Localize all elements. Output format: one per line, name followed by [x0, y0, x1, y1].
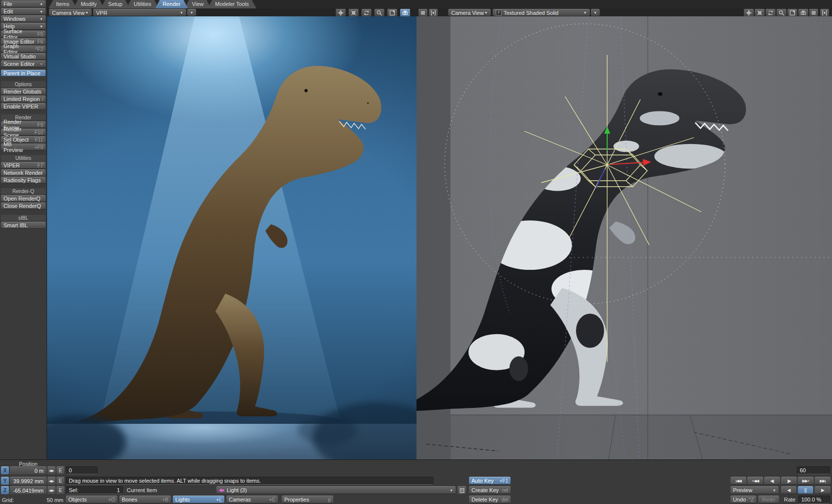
step-back-button[interactable]: ◀||	[764, 477, 780, 485]
auto-key-button[interactable]: Auto Key+F1	[469, 477, 511, 485]
position-y-field[interactable]: 39.9992 mm	[10, 477, 47, 485]
rotate-icon[interactable]	[362, 9, 371, 16]
camera-icon[interactable]	[798, 9, 808, 16]
properties-button[interactable]: Propertiesp	[282, 496, 333, 504]
previous-key-button[interactable]: +◀◀	[747, 477, 763, 485]
redo-button[interactable]: Redo	[758, 496, 779, 504]
sidebar-item-enable-viper[interactable]: Enable VIPER	[1, 103, 46, 110]
sidebar-item-render-globals[interactable]: Render Globals	[1, 88, 46, 95]
undo-button[interactable]: Undo^Z	[730, 496, 756, 504]
go-to-end-button[interactable]: ▶▶|	[815, 477, 831, 485]
tab-modify[interactable]: Modify	[73, 0, 104, 8]
menu-edit[interactable]: Edit▼	[1, 8, 46, 15]
axis-y-button[interactable]: Y	[1, 477, 9, 485]
x-spinner[interactable]: ◀▶	[48, 466, 55, 474]
sidebar-item-radiosity-flags[interactable]: Radiosity Flags	[1, 177, 46, 184]
menu-icon[interactable]	[418, 9, 427, 16]
ground-shade	[450, 415, 832, 459]
grid-label: Grid:	[2, 497, 14, 503]
current-item-dropdown[interactable]: Light (3) ▼	[216, 486, 456, 494]
z-envelope-button[interactable]: E	[56, 486, 64, 494]
cameras-button[interactable]: Cameras+C	[226, 496, 278, 504]
bones-button[interactable]: Bones+B	[119, 496, 171, 504]
position-x-field[interactable]: 0 m	[10, 466, 47, 474]
left-view-type-dropdown[interactable]: Camera View ▼	[49, 9, 92, 16]
sidebar-item-mb-preview[interactable]: MB Preview+F9	[1, 144, 46, 151]
tab-items[interactable]: Items	[49, 0, 77, 8]
menu-icon[interactable]	[809, 9, 818, 16]
chevron-down-icon: ▼	[484, 11, 488, 14]
step-forward-button[interactable]: ||▶	[781, 477, 797, 485]
right-render-mode-label: Textured Shaded Solid	[504, 10, 559, 16]
right-render-mode-dropdown[interactable]: T Textured Shaded Solid ▼	[493, 9, 590, 16]
vpr-trex-render	[47, 16, 416, 459]
menu-file[interactable]: File▼	[1, 0, 46, 7]
tab-utilities[interactable]: Utilities	[126, 0, 158, 8]
x-envelope-button[interactable]: E	[56, 466, 64, 474]
sidebar-item-graph-editor[interactable]: Graph Editor^F2	[1, 46, 46, 52]
tab-view[interactable]: View	[185, 0, 211, 8]
pan-icon[interactable]	[744, 9, 754, 16]
z-spinner[interactable]: ◀▶	[48, 486, 55, 494]
rate-field[interactable]: 100.0 %	[798, 496, 830, 504]
right-viewport-options-dropdown[interactable]: ▼	[591, 9, 600, 16]
current-item-label: Current Item	[127, 487, 157, 493]
sidebar-item-surface-editor[interactable]: Surface EditorF5	[1, 31, 46, 38]
end-frame-field[interactable]: 60	[797, 466, 830, 474]
sidebar-item-scene-editor[interactable]: Scene Editor▼	[1, 60, 46, 67]
current-frame-field[interactable]: 0	[66, 466, 98, 474]
next-key-button[interactable]: ▶▶+	[798, 477, 814, 485]
left-render-mode-dropdown[interactable]: VPR ▼	[93, 9, 186, 16]
sidebar-item-close-renderq[interactable]: Close RenderQ	[1, 202, 46, 209]
objects-button[interactable]: Objects+O	[66, 496, 117, 504]
chevron-down-icon: ▼	[85, 11, 89, 14]
play-forward-button[interactable]: ▶	[815, 486, 831, 494]
sidebar-item-open-renderq[interactable]: Open RenderQ	[1, 195, 46, 202]
sel-label: Sel:	[69, 487, 78, 493]
sidebar-item-virtual-studio[interactable]: Virtual Studio	[1, 53, 46, 60]
zoom-icon[interactable]	[374, 9, 384, 16]
axis-z-button[interactable]: Z	[1, 486, 9, 494]
pan-icon[interactable]	[336, 9, 346, 16]
camera-icon[interactable]	[400, 9, 410, 16]
viewport-shaded[interactable]	[416, 16, 832, 459]
maximize-icon[interactable]	[387, 9, 397, 16]
pause-button[interactable]: ||	[798, 486, 813, 494]
y-envelope-button[interactable]: E	[56, 477, 64, 485]
maximize-icon[interactable]	[787, 9, 797, 16]
rotate-icon[interactable]	[766, 9, 776, 16]
go-to-start-button[interactable]: |◀◀	[730, 477, 746, 485]
sidebar-item-render-scene[interactable]: Render SceneF10	[1, 129, 46, 136]
play-reverse-button[interactable]: ◀	[781, 486, 796, 494]
create-key-button[interactable]: Create Keyret	[469, 486, 511, 494]
viewport-vpr[interactable]	[47, 16, 416, 459]
position-z-field[interactable]: -65.0419mm	[10, 486, 47, 494]
move-icon[interactable]	[755, 9, 765, 16]
right-view-type-dropdown[interactable]: Camera View ▼	[448, 9, 491, 16]
preview-dropdown[interactable]: Preview▼	[730, 486, 779, 494]
move-icon[interactable]	[349, 9, 359, 16]
delete-key-button[interactable]: Delete Keydel	[469, 496, 511, 504]
zoom-icon[interactable]	[777, 9, 786, 16]
layout-preset-icon[interactable]	[820, 9, 829, 16]
layout-preset-icon[interactable]	[429, 9, 438, 16]
lights-button[interactable]: Lights+L	[173, 496, 224, 504]
sidebar-item-smart-ibl[interactable]: Smart IBL	[1, 222, 46, 229]
y-spinner[interactable]: ◀▶	[48, 477, 55, 485]
sidebar-item-viper[interactable]: VIPERF7	[1, 162, 46, 169]
sidebar-item-network-render[interactable]: Network Render	[1, 169, 46, 176]
tab-modeler-tools[interactable]: Modeler Tools	[208, 0, 256, 8]
sidebar-item-limited-region[interactable]: Limited Regionl	[1, 96, 46, 102]
sidebar-item-parent-in-place[interactable]: Parent in Place	[1, 70, 46, 77]
left-viewport-options-dropdown[interactable]: ▼	[187, 9, 196, 16]
axis-x-button[interactable]: X	[1, 466, 9, 474]
chevron-down-icon: ▼	[180, 11, 183, 14]
sidebar-section-utilities: Utilities	[1, 155, 46, 161]
left-render-mode-label: VPR	[96, 10, 107, 16]
tab-render[interactable]: Render	[156, 0, 188, 8]
tab-setup[interactable]: Setup	[101, 0, 130, 8]
selection-count-field[interactable]: Sel: 1	[66, 486, 123, 494]
chevron-down-icon: ▼	[583, 11, 587, 14]
menu-windows[interactable]: Windows▼	[1, 15, 46, 22]
item-list-button[interactable]	[458, 486, 466, 494]
